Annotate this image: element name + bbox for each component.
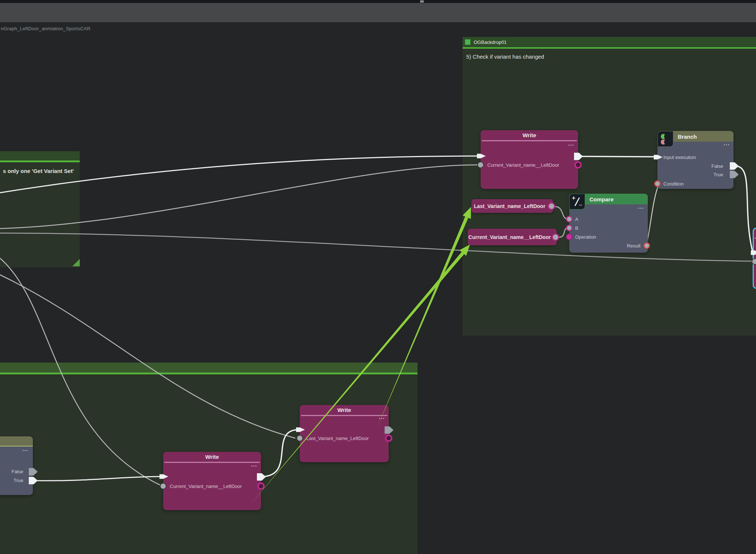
true-label: True [14,478,23,483]
title-divider [482,140,577,141]
input-pin[interactable] [160,483,166,489]
condition-label: Condition [663,181,684,187]
input-pin[interactable] [296,435,303,442]
input-pin[interactable] [477,162,484,168]
output-pin[interactable] [385,434,392,442]
a-label: A [575,217,578,222]
operation-pin[interactable] [566,233,573,240]
pill-output-pin[interactable] [548,202,555,210]
wire-layer [0,0,756,554]
branch-toggle-icon [657,131,673,147]
wire-data-pill-last-to-a[interactable] [555,207,568,219]
input-execution-label: Input execution [663,155,696,160]
more-dots-icon[interactable]: ••• [568,143,574,147]
result-label: Result [627,243,640,249]
result-pin[interactable] [643,242,650,249]
pill-label: Last_Variant_name_LeftDoor [474,203,546,209]
false-label: False [11,469,23,474]
node-compare[interactable]: + − Compare ••• A B Operation Result [569,194,648,253]
pill-current-variant[interactable]: Current_Variant_name__LeftDoor [468,229,557,245]
input-pin-label: Last_Variant_name_LeftDoor [306,436,369,441]
output-pin[interactable] [574,161,582,169]
a-pin[interactable] [566,216,573,222]
wire-exec-branch-false-to-selected[interactable] [738,166,752,250]
input-pin[interactable] [752,258,756,265]
input-pin-label: Current_Variant_name__LeftDoor [170,484,242,489]
node-title: Branch [678,134,697,140]
b-pin[interactable] [566,225,573,231]
toolbar [0,3,756,22]
false-label: False [711,163,723,169]
wire-exec-write-top-to-branch[interactable] [580,156,656,157]
output-pin[interactable] [257,482,265,490]
wire-data-result-to-condition[interactable] [647,185,659,243]
more-dots-icon[interactable]: ••• [724,143,730,147]
wire-exec-to-write-top[interactable] [0,156,478,193]
node-title: Write [300,407,389,413]
wire-data-to-write-top-input[interactable] [0,165,478,229]
node-selected-fragment[interactable] [753,228,756,289]
node-branch-partial[interactable]: ••• False True [0,436,33,495]
node-title: Write [163,454,261,460]
splitter-handle-icon[interactable] [420,0,424,3]
header-divider [0,446,33,447]
compare-plusminus-icon: + − [569,194,585,210]
more-dots-icon[interactable]: ••• [251,464,257,468]
title-divider [164,462,260,463]
condition-pin[interactable] [654,180,661,187]
pill-label: Current_Variant_name__LeftDoor [468,234,551,240]
more-dots-icon[interactable]: ••• [22,449,28,453]
wire-exec-true-to-write-mid[interactable] [35,477,161,481]
pill-last-variant[interactable]: Last_Variant_name_LeftDoor [471,199,553,213]
true-label: True [714,172,723,177]
b-label: B [575,225,578,231]
node-header[interactable] [0,436,33,446]
wire-data-sweep-to-write-last[interactable] [0,275,295,438]
node-write-last[interactable]: Write ••• Last_Variant_name_LeftDoor [300,405,389,462]
node-branch[interactable]: Branch ••• Input execution False True Co… [657,131,733,189]
node-title: Write [481,132,578,138]
wire-exec-write-mid-to-write-last[interactable] [263,430,298,477]
input-pin-label: Current_Variant_name__LeftDoor [487,162,559,168]
operation-label: Operation [575,234,596,240]
graph-editor-canvas[interactable]: s only one 'Get Variant Set' OGBackdrop0… [0,0,756,554]
node-title: Compare [590,196,614,202]
node-write-current-top[interactable]: Write ••• Current_Variant_name__LeftDoor [481,130,578,189]
title-divider [301,415,388,416]
window-top-strip [0,0,756,3]
node-write-current-bottom[interactable]: Write ••• Current_Variant_name__LeftDoor [163,452,261,510]
pill-output-pin[interactable] [552,233,559,241]
title-divider [755,238,756,239]
more-dots-icon[interactable]: ••• [638,207,644,210]
more-dots-icon[interactable]: ••• [379,417,385,420]
